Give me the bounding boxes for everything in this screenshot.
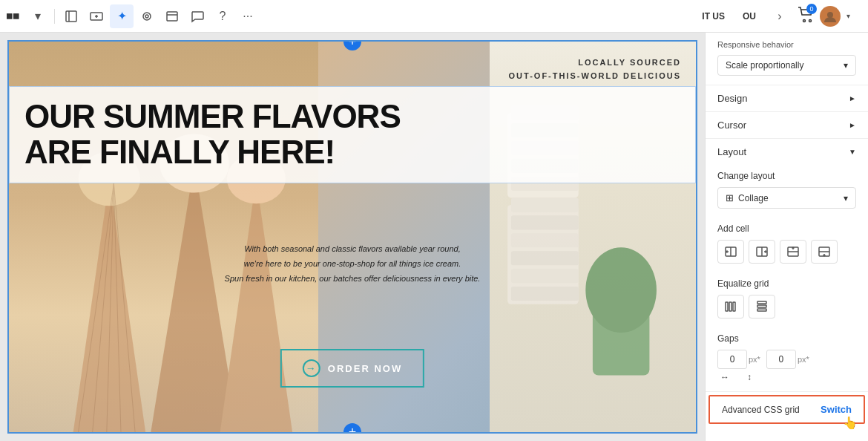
nav-itus[interactable]: IT US [696, 8, 731, 24]
nav-chevron[interactable]: › [768, 4, 792, 28]
svg-point-6 [145, 15, 148, 18]
ai-tool-btn[interactable]: ✦ [110, 4, 134, 28]
gaps-section: Gaps px* px* ↔ ↕ [706, 327, 868, 391]
avatar-chevron[interactable]: ▾ [846, 12, 850, 20]
avatar[interactable] [820, 6, 841, 27]
headline-line1: OUR SUMMER FLAVORS [24, 99, 680, 134]
cart-badge: 0 [806, 4, 817, 14]
advanced-css-section[interactable]: Advanced CSS grid Switch 👆 [708, 395, 865, 424]
nav-ou[interactable]: OU [737, 8, 762, 24]
cursor-expand-icon: ► [849, 121, 856, 129]
svg-line-42 [726, 252, 728, 253]
svg-rect-60 [733, 302, 735, 311]
design-section: Design ► [706, 85, 868, 112]
equalize-rows-btn[interactable] [749, 295, 775, 318]
canvas-wrapper: + [7, 40, 697, 434]
layout-dropdown[interactable]: ⊞ Collage ▾ [717, 187, 856, 209]
responsive-dropdown[interactable]: Scale proportionally ▾ [717, 55, 856, 76]
add-cell-section: Add cell [706, 218, 868, 272]
responsive-dropdown-chevron: ▾ [844, 60, 848, 71]
cta-label: ORDER NOW [328, 363, 402, 374]
svg-rect-30 [511, 197, 579, 212]
hero-subtitle: LOCALLY SOURCED OUT-OF-THIS-WORLD DELICI… [509, 56, 681, 82]
gap-horizontal-group: px* [717, 350, 760, 369]
body-line2: we're here to be your one-stop-shop for … [24, 257, 681, 272]
responsive-dropdown-value: Scale proportionally [726, 60, 803, 71]
gap-vertical-input[interactable] [766, 350, 796, 369]
layout-dropdown-value: Collage [738, 193, 769, 203]
svg-point-9 [803, 19, 806, 22]
layout-row[interactable]: Layout ▼ [706, 139, 868, 165]
equalize-icons-row [717, 295, 856, 318]
add-cell-right-btn[interactable] [749, 240, 775, 264]
add-cell-bottom-inner-btn[interactable] [811, 240, 838, 264]
toolbar-nav: IT US OU › 0 ▾ [263, 4, 862, 28]
svg-line-47 [766, 252, 767, 253]
svg-rect-62 [757, 305, 766, 307]
design-expand-icon: ► [849, 94, 856, 102]
canvas-area: + [0, 33, 705, 441]
gap-vertical-group: px* [766, 350, 809, 369]
logo: ◼◼ [6, 11, 19, 21]
sidebar-toggle-btn[interactable] [59, 4, 83, 28]
svg-line-52 [793, 247, 795, 249]
gap-vertical-unit: px* [798, 355, 809, 364]
design-label: Design [717, 93, 747, 104]
hero-headline[interactable]: OUR SUMMER FLAVORS ARE FINALLY HERE! [9, 86, 696, 183]
separator-1 [54, 9, 55, 24]
body-line3: Spun fresh in our kitchen, our batches o… [24, 272, 681, 287]
hero-body: With both seasonal and classic flavors a… [9, 227, 696, 301]
gap-horizontal-input[interactable] [717, 350, 747, 369]
layout-dropdown-icon: ⊞ [726, 192, 734, 203]
change-layout-content: Change layout ⊞ Collage ▾ [706, 165, 868, 218]
gap-horizontal-unit: px* [749, 355, 760, 364]
toolbar-left: ◼◼ ▾ ✦ [6, 4, 260, 28]
cta-arrow-icon: → [303, 359, 320, 377]
equalize-label: Equalize grid [717, 278, 856, 289]
hero-subtitle-line1: LOCALLY SOURCED [509, 56, 681, 70]
layout-section: Layout ▼ Change layout ⊞ Collage ▾ Add c… [706, 139, 868, 392]
preview-btn[interactable] [160, 4, 184, 28]
design-row[interactable]: Design ► [706, 85, 868, 111]
svg-rect-59 [729, 302, 731, 311]
gaps-arrows: ↔ ↕ [717, 372, 856, 382]
add-cell-left-btn[interactable] [717, 240, 744, 264]
add-cell-top-inner-btn[interactable] [780, 240, 806, 264]
cart-icon[interactable]: 0 [798, 7, 814, 26]
hero-section: LOCALLY SOURCED OUT-OF-THIS-WORLD DELICI… [9, 42, 696, 432]
hero-cta: → ORDER NOW [280, 349, 424, 388]
comment-btn[interactable] [185, 4, 209, 28]
hero-subtitle-line2: OUT-OF-THIS-WORLD DELICIOUS [509, 70, 681, 83]
gap-vertical-arrow: ↕ [747, 372, 752, 382]
svg-point-5 [143, 13, 151, 20]
responsive-label: Responsive behavior [717, 40, 856, 49]
order-now-button[interactable]: → ORDER NOW [280, 349, 424, 388]
body-line1: With both seasonal and classic flavors a… [24, 242, 681, 257]
add-cell-label: Add cell [717, 223, 856, 234]
svg-rect-61 [757, 301, 766, 304]
publish-btn[interactable] [135, 4, 159, 28]
gaps-label: Gaps [717, 333, 856, 344]
svg-point-10 [809, 19, 812, 22]
gap-horizontal-arrow: ↔ [720, 372, 729, 382]
svg-point-11 [827, 12, 833, 18]
right-panel: Responsive behavior Scale proportionally… [705, 33, 868, 441]
layout-dropdown-chevron: ▾ [844, 193, 848, 203]
more-btn[interactable]: ··· [236, 4, 260, 28]
svg-line-57 [824, 255, 826, 257]
equalize-columns-btn[interactable] [717, 295, 744, 318]
layout-label: Layout [717, 146, 746, 157]
help-btn[interactable]: ? [211, 4, 234, 28]
chevron-down-btn[interactable]: ▾ [26, 4, 50, 28]
responsive-section: Responsive behavior Scale proportionally… [706, 33, 868, 85]
svg-rect-58 [726, 302, 728, 311]
cursor-section: Cursor ► [706, 112, 868, 139]
gaps-row: px* px* [717, 350, 856, 369]
layout-expand-icon: ▼ [849, 148, 856, 156]
toolbar: ◼◼ ▾ ✦ [0, 0, 868, 33]
advanced-switch-btn[interactable]: Switch [821, 404, 852, 415]
equalize-section: Equalize grid [706, 272, 868, 327]
cursor-hand-icon: 👆 [843, 416, 858, 430]
cursor-row[interactable]: Cursor ► [706, 112, 868, 138]
add-section-btn[interactable] [85, 4, 108, 28]
